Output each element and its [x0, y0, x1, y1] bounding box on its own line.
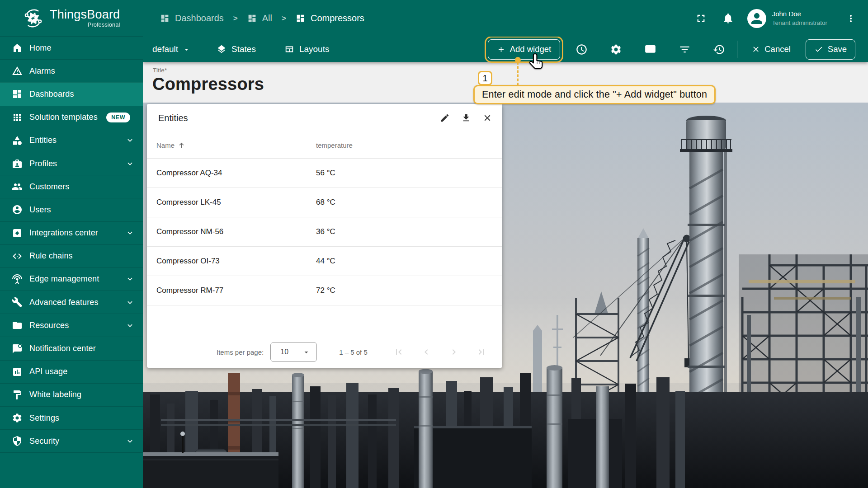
previous-page-icon[interactable] [421, 347, 432, 357]
chevron-down-icon[interactable] [125, 274, 135, 284]
column-header-name[interactable]: Name [156, 141, 316, 149]
table-row[interactable]: Compressor NM-56 36 °C [147, 217, 502, 246]
sidebar-item[interactable]: Home [0, 36, 143, 59]
sidebar-item[interactable]: API usage [0, 360, 143, 383]
sidebar-item-icon [12, 389, 23, 400]
table-row[interactable]: Compressor OI-73 44 °C [147, 246, 502, 276]
entities-widget: Entities Name temperature Compressor AQ-… [147, 104, 502, 368]
dashboard-grid-icon [247, 14, 257, 23]
avatar[interactable] [747, 9, 766, 28]
sidebar-item-label: Alarms [29, 66, 135, 76]
sidebar-item-label: API usage [29, 367, 135, 376]
cell-entity-name: Compressor NM-56 [156, 227, 316, 236]
user-info[interactable]: John Doe Tenant administrator [772, 9, 827, 27]
breadcrumb-separator: > [233, 14, 238, 23]
chevron-down-icon[interactable] [125, 321, 135, 330]
fullscreen-icon[interactable] [695, 12, 707, 24]
states-label: States [231, 44, 256, 54]
table-row[interactable]: Compressor AQ-34 56 °C [147, 158, 502, 188]
sidebar-item-label: Rule chains [29, 251, 135, 261]
breadcrumb-item[interactable]: Dashboards [160, 13, 224, 23]
sidebar-item-icon [12, 343, 23, 354]
states-button[interactable]: States [217, 44, 256, 54]
sidebar-item-icon [12, 251, 23, 262]
chevron-down-icon[interactable] [125, 436, 135, 446]
breadcrumb-item[interactable]: > Compressors [272, 13, 364, 23]
widget-actions [429, 113, 492, 123]
pagination-controls [393, 347, 487, 357]
sidebar-item[interactable]: Entities [0, 129, 143, 152]
add-widget-button[interactable]: Add widget [488, 39, 561, 60]
next-page-icon[interactable] [448, 347, 459, 357]
sidebar-item[interactable]: Profiles [0, 152, 143, 175]
download-icon[interactable] [461, 113, 471, 123]
top-bar: Dashboards > All > Compressors [143, 0, 868, 37]
sidebar-item-label: Settings [29, 413, 135, 423]
breadcrumb-label: Dashboards [175, 13, 224, 23]
chevron-down-icon[interactable] [125, 159, 135, 169]
sidebar-item-icon [12, 274, 23, 285]
manage-layouts-icon[interactable] [644, 43, 656, 56]
edit-pencil-icon[interactable] [440, 113, 450, 123]
close-icon[interactable] [482, 113, 492, 123]
sidebar-item[interactable]: Settings [0, 406, 143, 429]
sidebar-item[interactable]: Alarms [0, 59, 143, 82]
cancel-button[interactable]: Cancel [751, 44, 791, 54]
sidebar-item-icon [12, 204, 23, 215]
layout-select-value: default [152, 44, 178, 54]
cell-temperature: 44 °C [316, 257, 335, 266]
chevron-down-icon[interactable] [125, 298, 135, 307]
sidebar: ThingsBoard Professional Home Alarms [0, 0, 143, 488]
layout-select[interactable]: default [152, 44, 191, 54]
sidebar-item[interactable]: Rule chains [0, 244, 143, 267]
sidebar-item[interactable]: Integrations center [0, 221, 143, 244]
sidebar-item[interactable]: Edge management [0, 267, 143, 291]
chevron-down-icon[interactable] [125, 136, 135, 145]
items-per-page-select[interactable]: 10 [270, 342, 317, 362]
sidebar-item-icon [12, 436, 23, 446]
title-field-input[interactable]: Compressors [152, 75, 264, 94]
cell-temperature: 36 °C [316, 227, 335, 236]
last-page-icon[interactable] [476, 347, 487, 357]
breadcrumb: Dashboards > All > Compressors [160, 13, 364, 23]
sidebar-item[interactable]: Resources [0, 314, 143, 337]
sidebar-item[interactable]: Users [0, 198, 143, 221]
layouts-button[interactable]: Layouts [284, 44, 330, 54]
layouts-label: Layouts [299, 44, 330, 54]
sidebar-item-icon [12, 89, 23, 99]
save-button[interactable]: Save [806, 39, 855, 60]
sort-asc-arrow-icon [178, 141, 185, 149]
sidebar-item[interactable]: Notification center [0, 337, 143, 360]
sidebar-item-label: Entities [29, 136, 125, 145]
sidebar-item[interactable]: Dashboards [0, 82, 143, 105]
sidebar-item[interactable]: Security [0, 429, 143, 452]
sidebar-item-label: Customers [29, 182, 135, 192]
notifications-bell-icon[interactable] [722, 12, 734, 24]
sidebar-item-icon [12, 135, 23, 146]
first-page-icon[interactable] [393, 347, 404, 357]
sidebar-item-label: Edge management [29, 274, 125, 284]
sidebar-item[interactable]: Customers [0, 175, 143, 198]
person-icon [749, 10, 765, 27]
kebab-menu-icon[interactable] [845, 13, 856, 24]
sidebar-item[interactable]: Advanced features [0, 291, 143, 314]
app-edition: Professional [88, 21, 120, 28]
time-window-icon[interactable] [576, 43, 588, 56]
sidebar-item-label: Security [29, 436, 125, 446]
table-row[interactable]: Compressor RM-77 72 °C [147, 276, 502, 305]
app-logo[interactable]: ThingsBoard Professional [0, 0, 143, 36]
version-control-history-icon[interactable] [713, 43, 725, 56]
sidebar-item-label: Advanced features [29, 298, 125, 307]
sidebar-item[interactable]: White labeling [0, 383, 143, 406]
sidebar-item-label: White labeling [29, 390, 135, 399]
chevron-down-icon[interactable] [125, 228, 135, 238]
sidebar-item-icon [12, 158, 23, 169]
sidebar-item[interactable]: Solution templates NEW [0, 106, 143, 129]
pagination-range: 1 – 5 of 5 [339, 348, 368, 356]
entity-filters-icon[interactable] [679, 43, 691, 56]
dashboard-settings-gear-icon[interactable] [610, 43, 622, 56]
column-header-temperature[interactable]: temperature [316, 141, 353, 149]
breadcrumb-item[interactable]: > All [224, 13, 272, 23]
table-row[interactable]: Compressor LK-45 68 °C [147, 188, 502, 217]
sidebar-item-icon [12, 320, 23, 331]
